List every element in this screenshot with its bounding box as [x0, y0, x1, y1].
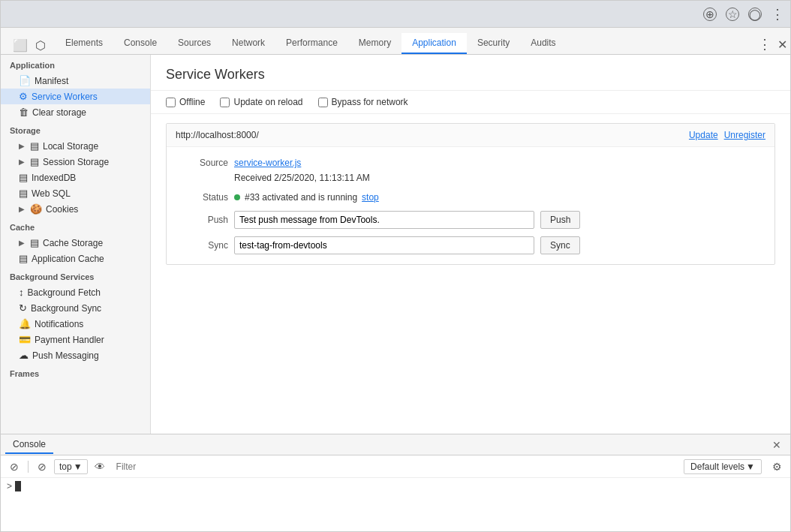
close-devtools-icon[interactable]: ✕	[777, 38, 787, 52]
bypass-for-network-checkbox[interactable]	[318, 98, 328, 107]
storage-section-header: Storage	[1, 120, 150, 138]
eye-icon[interactable]: 👁	[91, 458, 109, 476]
console-clear-icon[interactable]: ⊘	[5, 458, 23, 476]
tab-sources[interactable]: Sources	[167, 33, 221, 54]
payment-handler-icon: 💳	[19, 334, 31, 345]
received-text: Received 2/25/2020, 11:13:11 AM	[234, 173, 370, 183]
push-messaging-icon: ☁	[19, 350, 29, 361]
tab-memory[interactable]: Memory	[348, 33, 402, 54]
sidebar-item-local-storage[interactable]: ▶ ▤ Local Storage	[1, 138, 150, 154]
sidebar-item-payment-handler[interactable]: 💳 Payment Handler	[1, 332, 150, 347]
star-icon[interactable]: ☆	[726, 8, 739, 21]
page-title: Service Workers	[151, 55, 790, 91]
push-label: Push	[176, 215, 228, 225]
log-levels-arrow-icon: ▼	[746, 461, 755, 472]
sync-button[interactable]: Sync	[540, 236, 580, 254]
offline-checkbox[interactable]	[166, 98, 176, 107]
tab-network[interactable]: Network	[221, 33, 275, 54]
log-levels-selector[interactable]: Default levels ▼	[684, 459, 762, 474]
cache-section-header: Cache	[1, 217, 150, 235]
console-tab[interactable]: Console	[5, 436, 53, 454]
device-icon[interactable]: ⬡	[32, 37, 49, 54]
background-sync-icon: ↻	[19, 302, 27, 314]
context-arrow-icon: ▼	[74, 461, 83, 472]
tab-application[interactable]: Application	[402, 33, 467, 54]
tab-console[interactable]: Console	[113, 33, 167, 54]
stop-link[interactable]: stop	[362, 192, 379, 203]
cookies-icon: 🍪	[30, 203, 42, 215]
expand-session-storage-icon[interactable]: ▶	[19, 158, 25, 166]
tab-security[interactable]: Security	[467, 33, 520, 54]
expand-local-storage-icon[interactable]: ▶	[19, 142, 25, 150]
update-on-reload-checkbox[interactable]	[220, 98, 230, 107]
toolbar-divider	[28, 461, 29, 473]
sidebar-item-background-sync[interactable]: ↻ Background Sync	[1, 300, 150, 316]
offline-option[interactable]: Offline	[166, 97, 205, 107]
menu-icon[interactable]: ⋮	[771, 8, 784, 21]
sidebar-item-session-storage[interactable]: ▶ ▤ Session Storage	[1, 154, 150, 170]
background-services-section-header: Background Services	[1, 266, 150, 284]
service-workers-icon: ⚙	[19, 91, 28, 102]
console-cursor	[15, 481, 21, 491]
source-file-link[interactable]: service-worker.js	[234, 158, 301, 168]
sidebar-item-cookies[interactable]: ▶ 🍪 Cookies	[1, 201, 150, 217]
status-green-dot	[234, 194, 240, 200]
log-levels-label: Default levels	[690, 461, 744, 472]
console-settings-icon[interactable]: ⚙	[768, 458, 786, 476]
application-section-header: Application	[1, 55, 150, 73]
update-link[interactable]: Update	[689, 130, 718, 140]
sidebar-item-background-fetch[interactable]: ↕ Background Fetch	[1, 284, 150, 300]
unregister-link[interactable]: Unregister	[724, 130, 765, 140]
tabs-more-icon[interactable]: ⋮	[755, 35, 774, 54]
local-storage-icon: ▤	[30, 140, 39, 152]
push-button[interactable]: Push	[540, 211, 580, 229]
circle-plus-icon[interactable]: ⊕	[703, 8, 717, 21]
user-icon[interactable]: ◯	[748, 8, 762, 21]
expand-cookies-icon[interactable]: ▶	[19, 205, 25, 213]
indexeddb-icon: ▤	[19, 172, 28, 183]
sync-input[interactable]	[234, 236, 534, 254]
status-text: #33 activated and is running	[245, 192, 357, 203]
context-label: top	[59, 461, 72, 472]
console-block-icon[interactable]: ⊘	[33, 458, 51, 476]
clear-storage-icon: 🗑	[19, 107, 29, 118]
sidebar-item-web-sql[interactable]: ▤ Web SQL	[1, 185, 150, 201]
manifest-icon: 📄	[19, 75, 31, 86]
sidebar-item-notifications[interactable]: 🔔 Notifications	[1, 316, 150, 332]
sidebar-item-push-messaging[interactable]: ☁ Push Messaging	[1, 347, 150, 363]
expand-cache-storage-icon[interactable]: ▶	[19, 239, 25, 247]
close-console-icon[interactable]: ✕	[768, 437, 786, 452]
sidebar-item-cache-storage[interactable]: ▶ ▤ Cache Storage	[1, 235, 150, 251]
sidebar-item-application-cache[interactable]: ▤ Application Cache	[1, 251, 150, 266]
tab-elements[interactable]: Elements	[55, 33, 113, 54]
background-fetch-icon: ↕	[19, 287, 24, 298]
application-cache-icon: ▤	[19, 253, 28, 264]
sidebar-item-manifest[interactable]: 📄 Manifest	[1, 73, 150, 89]
push-input[interactable]	[234, 211, 534, 229]
context-selector[interactable]: top ▼	[54, 459, 88, 474]
sidebar-item-clear-storage[interactable]: 🗑 Clear storage	[1, 104, 150, 120]
source-label: Source	[176, 158, 228, 168]
console-filter-input[interactable]	[112, 460, 681, 473]
tab-audits[interactable]: Audits	[520, 33, 566, 54]
tab-performance[interactable]: Performance	[275, 33, 348, 54]
session-storage-icon: ▤	[30, 156, 39, 167]
cache-storage-icon: ▤	[30, 237, 39, 248]
bypass-for-network-option[interactable]: Bypass for network	[318, 97, 408, 107]
notifications-icon: 🔔	[19, 318, 31, 329]
sync-label: Sync	[176, 240, 228, 251]
web-sql-icon: ▤	[19, 188, 28, 199]
status-label: Status	[176, 192, 228, 203]
sw-url: http://localhost:8000/	[176, 130, 259, 140]
frames-section-header: Frames	[1, 363, 150, 381]
sidebar-item-indexeddb[interactable]: ▤ IndexedDB	[1, 170, 150, 185]
inspect-icon[interactable]: ⬜	[10, 37, 31, 54]
update-on-reload-option[interactable]: Update on reload	[220, 97, 302, 107]
console-prompt: >	[7, 481, 12, 491]
sidebar-item-service-workers[interactable]: ⚙ Service Workers	[1, 89, 150, 104]
